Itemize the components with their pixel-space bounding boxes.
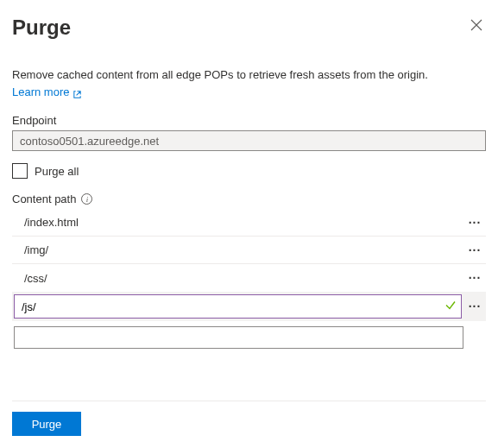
purge-all-checkbox[interactable] bbox=[12, 163, 28, 179]
panel-header: Purge bbox=[12, 16, 486, 40]
panel-title: Purge bbox=[12, 16, 71, 40]
content-path-row-active: ··· bbox=[12, 292, 486, 321]
content-path-row[interactable]: /index.html ··· bbox=[12, 209, 486, 237]
intro-text: Remove cached content from all edge POPs… bbox=[12, 67, 486, 83]
content-path-row[interactable]: /img/ ··· bbox=[12, 237, 486, 264]
content-path-value: /index.html bbox=[12, 216, 463, 229]
close-icon[interactable] bbox=[467, 16, 486, 37]
external-link-icon bbox=[72, 88, 82, 98]
checkmark-icon bbox=[444, 300, 457, 314]
learn-more-label: Learn more bbox=[12, 85, 69, 100]
more-icon[interactable]: ··· bbox=[463, 264, 486, 292]
content-path-value: /img/ bbox=[12, 243, 463, 256]
more-icon[interactable]: ··· bbox=[463, 237, 486, 264]
more-icon[interactable]: ··· bbox=[463, 293, 486, 320]
content-path-row-empty bbox=[12, 326, 486, 349]
learn-more-link[interactable]: Learn more bbox=[12, 85, 82, 100]
info-icon[interactable]: i bbox=[81, 193, 92, 205]
intro-block: Remove cached content from all edge POPs… bbox=[12, 67, 486, 100]
endpoint-input[interactable] bbox=[12, 130, 486, 151]
content-path-row[interactable]: /css/ ··· bbox=[12, 264, 486, 292]
content-path-label: Content path i bbox=[12, 192, 486, 205]
content-path-empty-input[interactable] bbox=[14, 326, 463, 349]
purge-button[interactable]: Purge bbox=[12, 412, 81, 436]
purge-all-label[interactable]: Purge all bbox=[35, 165, 79, 178]
content-path-list: /index.html ··· /img/ ··· /css/ ··· ··· bbox=[12, 209, 486, 349]
endpoint-label: Endpoint bbox=[12, 114, 486, 127]
more-icon[interactable]: ··· bbox=[463, 209, 486, 237]
panel-footer: Purge bbox=[12, 401, 486, 436]
content-path-value: /css/ bbox=[12, 272, 463, 285]
content-path-input[interactable] bbox=[14, 294, 462, 319]
